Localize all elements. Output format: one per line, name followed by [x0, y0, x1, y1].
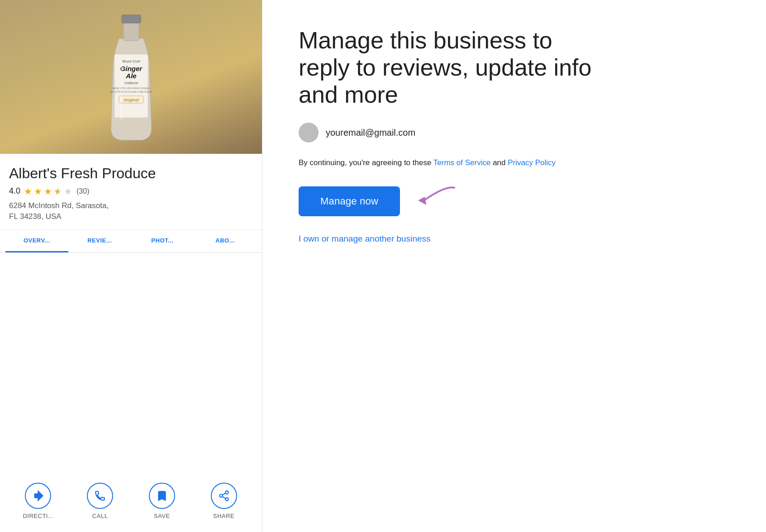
svg-text:Bruce Cost: Bruce Cost: [122, 59, 140, 63]
svg-rect-1: [122, 15, 141, 23]
star-3: ★: [44, 187, 53, 196]
tab-overview[interactable]: OVERV...: [5, 230, 68, 252]
email-row: youremail@gmail.com: [299, 123, 730, 142]
save-button[interactable]: SAVE: [144, 483, 180, 519]
call-button[interactable]: CALL: [82, 483, 118, 519]
stars: ★ ★ ★ ★ ★ ★: [24, 187, 73, 196]
business-info: Albert's Fresh Produce 4.0 ★ ★ ★ ★ ★ ★ (…: [0, 154, 262, 230]
left-panel: Bruce Cost Ginger Ale Unfiltered MADE WI…: [0, 0, 262, 532]
right-panel: Manage this business to reply to reviews…: [262, 0, 766, 532]
tab-reviews[interactable]: REVIE...: [68, 230, 131, 252]
rating-row: 4.0 ★ ★ ★ ★ ★ ★ (30): [9, 186, 253, 196]
tab-photos[interactable]: PHOT...: [131, 230, 194, 252]
business-image: Bruce Cost Ginger Ale Unfiltered MADE WI…: [0, 0, 262, 154]
star-2: ★: [34, 187, 43, 196]
manage-btn-container: Manage now: [299, 183, 730, 219]
svg-marker-11: [35, 491, 43, 501]
svg-text:Original: Original: [123, 98, 139, 102]
directions-icon: [32, 490, 44, 502]
tab-about[interactable]: ABO...: [194, 230, 257, 252]
svg-text:Ale: Ale: [125, 72, 136, 80]
save-icon: [156, 490, 168, 502]
manage-now-button[interactable]: Manage now: [299, 186, 400, 216]
terms-middle: and: [490, 158, 508, 167]
directions-label: DIRECTI...: [23, 513, 53, 519]
address-line2: FL 34238, USA: [9, 212, 62, 221]
star-5: ★: [64, 187, 73, 196]
share-button[interactable]: SHARE: [206, 483, 242, 519]
terms-prefix: By continuing, you're agreeing to these: [299, 158, 433, 167]
terms-of-service-link[interactable]: Terms of Service: [433, 158, 491, 167]
address-line1: 6284 McIntosh Rd, Sarasota,: [9, 201, 109, 210]
call-icon-circle: [87, 483, 113, 509]
main-heading: Manage this business to reply to reviews…: [299, 27, 593, 108]
svg-text:(NO EXTRACTS) & PURE CANE SUGA: (NO EXTRACTS) & PURE CANE SUGAR: [110, 90, 152, 93]
svg-point-13: [219, 494, 223, 498]
svg-text:Unfiltered: Unfiltered: [124, 81, 138, 85]
rating-number: 4.0: [9, 186, 20, 196]
svg-point-12: [225, 491, 228, 494]
privacy-policy-link[interactable]: Privacy Policy: [508, 158, 556, 167]
save-icon-circle: [149, 483, 175, 509]
business-name: Albert's Fresh Produce: [9, 165, 253, 182]
action-buttons: DIRECTI... CALL SAVE: [0, 474, 262, 532]
svg-text:MADE WITH 100% FRESH GINGER: MADE WITH 100% FRESH GINGER: [112, 87, 150, 90]
svg-point-14: [225, 498, 228, 501]
star-1: ★: [24, 187, 33, 196]
avatar: [299, 123, 319, 142]
review-count: (30): [76, 187, 89, 195]
tabs: OVERV... REVIE... PHOT... ABO...: [0, 230, 262, 253]
svg-text:Ginger: Ginger: [120, 65, 143, 72]
svg-rect-0: [124, 20, 139, 41]
directions-button[interactable]: DIRECTI...: [20, 483, 56, 519]
own-business-link[interactable]: I own or manage another business: [299, 234, 730, 244]
svg-rect-2: [114, 54, 148, 118]
bottle-illustration: Bruce Cost Ginger Ale Unfiltered MADE WI…: [88, 2, 174, 152]
share-icon: [218, 490, 230, 502]
email-address: youremail@gmail.com: [326, 128, 415, 138]
svg-line-15: [222, 497, 225, 499]
terms-text: By continuing, you're agreeing to these …: [299, 157, 606, 169]
call-icon: [94, 490, 106, 502]
save-label: SAVE: [154, 513, 170, 519]
call-label: CALL: [92, 513, 108, 519]
share-icon-circle: [211, 483, 237, 509]
arrow-annotation: [409, 183, 468, 219]
star-4: ★ ★: [54, 187, 63, 196]
address: 6284 McIntosh Rd, Sarasota, FL 34238, US…: [9, 200, 253, 222]
directions-icon-circle: [25, 483, 51, 509]
svg-line-16: [222, 493, 225, 495]
share-label: SHARE: [213, 513, 234, 519]
svg-marker-17: [418, 197, 426, 205]
